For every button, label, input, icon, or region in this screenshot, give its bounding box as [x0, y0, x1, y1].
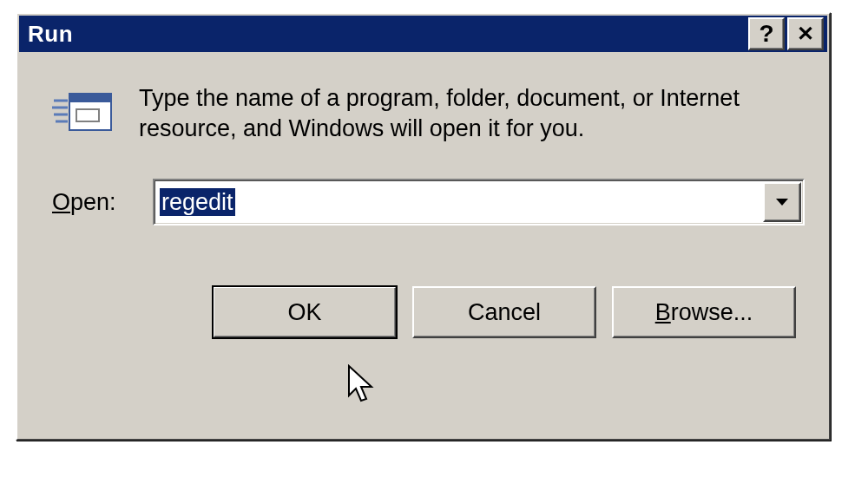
dropdown-button[interactable]: [763, 182, 801, 222]
open-combobox[interactable]: regedit: [153, 179, 805, 225]
ok-button[interactable]: OK: [213, 286, 397, 338]
open-label: Open:: [52, 189, 132, 216]
help-button[interactable]: ?: [748, 17, 785, 50]
browse-button-label: Browse...: [655, 299, 753, 326]
button-row: OK Cancel Browse...: [52, 286, 805, 338]
svg-rect-5: [69, 94, 111, 102]
run-dialog: Run ? ✕ Type the na: [16, 12, 831, 441]
dialog-body: Type the name of a program, folder, docu…: [17, 54, 829, 356]
open-input-value: regedit: [160, 188, 235, 216]
browse-button[interactable]: Browse...: [612, 286, 796, 338]
open-input[interactable]: regedit: [155, 180, 761, 224]
titlebar-buttons: ? ✕: [748, 17, 824, 50]
close-button[interactable]: ✕: [787, 17, 824, 50]
input-row: Open: regedit: [52, 179, 805, 225]
titlebar: Run ? ✕: [19, 16, 827, 52]
help-icon: ?: [759, 20, 773, 48]
cancel-button-label: Cancel: [468, 299, 541, 326]
close-icon: ✕: [797, 23, 814, 44]
ok-button-label: OK: [287, 299, 321, 326]
description-text: Type the name of a program, folder, docu…: [139, 82, 805, 144]
chevron-down-icon: [775, 198, 789, 206]
svg-rect-6: [76, 109, 99, 121]
run-icon: [52, 88, 113, 137]
info-row: Type the name of a program, folder, docu…: [52, 82, 805, 144]
window-title: Run: [28, 21, 748, 48]
svg-marker-7: [776, 199, 788, 206]
cancel-button[interactable]: Cancel: [412, 286, 596, 338]
